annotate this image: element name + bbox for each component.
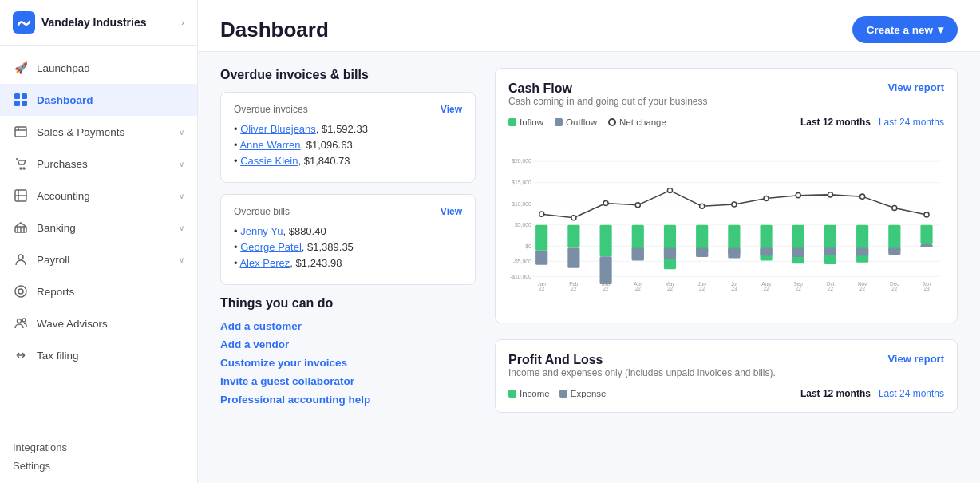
svg-point-18: [18, 289, 23, 294]
settings-link[interactable]: Settings: [13, 457, 184, 475]
page-title: Dashboard: [220, 18, 329, 42]
svg-point-67: [732, 202, 737, 207]
create-new-button[interactable]: Create a new ▾: [852, 16, 958, 43]
svg-rect-55: [856, 225, 868, 263]
wave-logo-icon: [17, 15, 31, 30]
sales-chevron: ∨: [179, 128, 184, 137]
svg-point-7: [20, 168, 22, 169]
cash-flow-time-controls: Last 12 months Last 24 months: [800, 117, 944, 128]
svg-text:Oct: Oct: [826, 281, 834, 287]
invoices-card-header: Overdue invoices View: [234, 104, 462, 115]
svg-rect-57: [888, 225, 900, 251]
bill-name-2[interactable]: George Patel: [240, 241, 302, 253]
profit-view-report[interactable]: View report: [887, 353, 944, 365]
tax-icon: [13, 347, 29, 363]
svg-rect-2: [14, 101, 20, 106]
svg-text:Dec: Dec: [890, 281, 899, 287]
accounting-chevron: ∨: [179, 192, 184, 200]
svg-point-19: [18, 319, 22, 323]
sidebar-item-launchpad[interactable]: 🚀 Launchpad: [0, 52, 197, 84]
sidebar-label-accounting: Accounting: [37, 190, 171, 202]
svg-point-61: [539, 212, 544, 216]
bills-label: Overdue bills: [234, 206, 290, 217]
company-header[interactable]: Vandelay Industries ›: [0, 0, 197, 46]
svg-rect-51: [792, 225, 804, 264]
cash-flow-controls: Inflow Outflow Net change Last 12 months: [508, 117, 944, 128]
sidebar-item-banking[interactable]: Banking ∨: [0, 212, 197, 243]
expense-dot: [559, 390, 567, 398]
sidebar-item-sales[interactable]: Sales & Payments ∨: [0, 116, 197, 148]
accounting-icon: [13, 188, 29, 204]
company-chevron: ›: [181, 18, 184, 27]
svg-text:$15,000: $15,000: [512, 180, 531, 185]
main-content: Dashboard Create a new ▾ Overdue invoice…: [198, 0, 980, 483]
banking-chevron: ∨: [179, 224, 184, 232]
company-name: Vandelay Industries: [41, 16, 147, 29]
customize-invoices-link[interactable]: Customize your invoices: [220, 357, 476, 369]
cash-flow-legend: Inflow Outflow Net change: [508, 117, 666, 127]
invoice-amount-3: $1,840.73: [304, 155, 350, 167]
svg-point-20: [22, 319, 26, 322]
overdue-invoices-card: Overdue invoices View • Oliver Bluejeans…: [220, 92, 476, 183]
invoice-amount-1: $1,592.33: [322, 123, 368, 135]
svg-text:Nov: Nov: [858, 281, 867, 287]
bills-card-header: Overdue bills View: [234, 206, 462, 217]
profit-legend: Income Expense: [508, 389, 606, 398]
overdue-section-title: Overdue invoices & bills: [220, 68, 476, 82]
integrations-link[interactable]: Integrations: [13, 438, 184, 457]
sidebar-item-tax[interactable]: Tax filing: [0, 339, 197, 371]
bill-name-3[interactable]: Alex Perez: [239, 257, 290, 269]
inflow-legend: Inflow: [508, 117, 543, 127]
invoice-name-3[interactable]: Cassie Klein: [240, 155, 298, 167]
svg-rect-50: [760, 248, 772, 256]
bills-view-link[interactable]: View: [441, 206, 462, 217]
svg-text:22: 22: [603, 286, 610, 291]
svg-point-72: [892, 206, 897, 211]
cash-flow-view-report[interactable]: View report: [887, 81, 944, 93]
profit-subtitle: Income and expenses only (includes unpai…: [508, 367, 776, 378]
svg-rect-0: [14, 93, 20, 99]
profit-title: Profit And Loss: [508, 353, 776, 367]
svg-text:Mar: Mar: [602, 281, 611, 287]
svg-text:$5,000: $5,000: [515, 222, 531, 228]
time-btn-12months[interactable]: Last 12 months: [800, 117, 871, 128]
profit-time-btn-24months[interactable]: Last 24 months: [879, 388, 944, 399]
expense-label: Expense: [571, 389, 607, 398]
sidebar-item-accounting[interactable]: Accounting ∨: [0, 180, 197, 212]
svg-text:22: 22: [571, 286, 577, 291]
sidebar-label-launchpad: Launchpad: [37, 62, 184, 74]
sidebar-item-purchases[interactable]: Purchases ∨: [0, 148, 197, 180]
accounting-help-link[interactable]: Professional accounting help: [220, 394, 476, 406]
bill-name-1[interactable]: Jenny Yu: [240, 225, 283, 237]
sidebar-item-reports[interactable]: Reports: [0, 275, 197, 307]
bill-item-1: • Jenny Yu, $880.40: [234, 225, 462, 237]
add-vendor-link[interactable]: Add a vendor: [220, 338, 476, 350]
svg-text:-$10,000: -$10,000: [510, 274, 531, 279]
reports-icon: [13, 283, 29, 299]
sidebar-item-payroll[interactable]: Payroll ∨: [0, 243, 197, 275]
sidebar-label-dashboard: Dashboard: [37, 94, 184, 106]
bill-item-3: • Alex Perez, $1,243.98: [234, 257, 462, 269]
invoice-name-2[interactable]: Anne Warren: [239, 139, 300, 151]
svg-point-65: [667, 188, 672, 193]
sidebar-label-purchases: Purchases: [37, 158, 171, 170]
expense-legend: Expense: [559, 389, 607, 398]
profit-header: Profit And Loss Income and expenses only…: [508, 353, 944, 385]
time-btn-24months[interactable]: Last 24 months: [879, 117, 944, 128]
add-customer-link[interactable]: Add a customer: [220, 320, 476, 332]
profit-time-btn-12months[interactable]: Last 12 months: [800, 388, 871, 399]
svg-text:22: 22: [763, 286, 769, 291]
profit-loss-section: Profit And Loss Income and expenses only…: [495, 339, 958, 413]
invoices-view-link[interactable]: View: [441, 104, 462, 115]
svg-rect-37: [567, 225, 579, 248]
svg-point-68: [764, 196, 769, 200]
invite-collaborator-link[interactable]: Invite a guest collaborator: [220, 375, 476, 387]
bill-item-2: • George Patel, $1,389.35: [234, 241, 462, 253]
svg-rect-4: [15, 127, 26, 137]
sidebar-item-dashboard[interactable]: Dashboard: [0, 84, 197, 116]
svg-text:$20,000: $20,000: [512, 158, 531, 164]
sidebar-item-advisors[interactable]: Wave Advisors: [0, 307, 197, 339]
svg-text:23: 23: [731, 286, 737, 291]
invoice-name-1[interactable]: Oliver Bluejeans: [240, 123, 316, 135]
svg-rect-3: [22, 101, 27, 106]
